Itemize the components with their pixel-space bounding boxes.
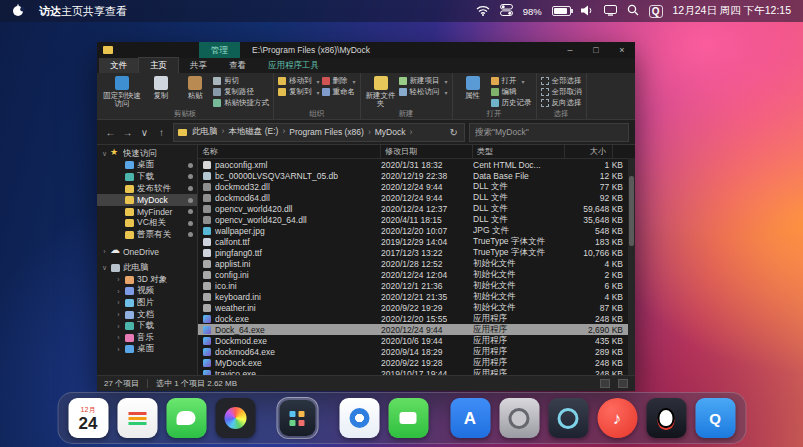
easy-access-button[interactable]: 轻松访问 <box>399 87 448 97</box>
properties-button[interactable]: 属性 <box>457 75 489 100</box>
wifi-icon[interactable] <box>476 5 490 18</box>
dock-icon-clouddisk[interactable] <box>339 398 379 438</box>
dock-icon-music[interactable]: ♪ <box>597 398 637 438</box>
breadcrumb-item[interactable]: 本地磁盘 (E:) <box>228 126 289 138</box>
apple-logo-icon[interactable] <box>12 4 25 19</box>
address-breadcrumb-box[interactable]: 此电脑本地磁盘 (E:)Program Files (x86)MyDock ↻ <box>173 123 465 142</box>
keyboard.ini[interactable]: keyboard.ini 2020/12/21 21:35 初始化文件 4 KB <box>198 291 635 302</box>
select-all-button[interactable]: 全部选择 <box>541 76 582 86</box>
column-header[interactable]: 修改日期 <box>381 145 473 158</box>
edit-button[interactable]: 编辑 <box>491 87 532 97</box>
MyDock.exe[interactable]: MyDock.exe 2020/9/22 19:28 应用程序 248 KB <box>198 357 635 368</box>
dock-icon-tim[interactable]: Q <box>695 398 735 438</box>
sidebar-item[interactable]: 发布软件 <box>97 183 197 195</box>
sidebar-item[interactable]: › 音乐 <box>97 332 197 344</box>
manage-contextual-tab[interactable]: 管理 <box>199 42 240 58</box>
search-input[interactable] <box>469 123 629 142</box>
tab-file[interactable]: 文件 <box>99 58 138 73</box>
breadcrumb-item[interactable]: 此电脑 <box>192 126 228 138</box>
sidebar-item[interactable]: › 桌面 <box>97 344 197 356</box>
tab-view[interactable]: 查看 <box>218 58 257 73</box>
opencv_world420_64.dll[interactable]: opencv_world420_64.dll 2020/4/11 18:15 D… <box>198 214 635 225</box>
tab-share[interactable]: 共享 <box>179 58 218 73</box>
dockmod32.dll[interactable]: dockmod32.dll 2020/12/24 9:44 DLL 文件 77 … <box>198 181 635 192</box>
calfont.ttf[interactable]: calfont.ttf 2019/12/29 14:04 TrueType 字体… <box>198 236 635 247</box>
expander-icon[interactable]: › <box>115 346 122 353</box>
expander-icon[interactable]: › <box>115 334 122 341</box>
input-method-icon[interactable]: Q <box>649 5 663 18</box>
control-center-icon[interactable] <box>500 4 513 18</box>
sidebar-item[interactable]: › 文档 <box>97 309 197 321</box>
dock-icon-settings[interactable] <box>499 398 539 438</box>
expander-icon[interactable]: ∨ <box>101 150 108 158</box>
sidebar-item[interactable]: 桌面 <box>97 160 197 172</box>
paste-shortcut-button[interactable]: 粘贴快捷方式 <box>213 98 269 108</box>
dock-icon-utilities[interactable] <box>548 398 588 438</box>
tab-home[interactable]: 主页 <box>138 57 179 73</box>
sidebar-item[interactable]: ∨ 此电脑 <box>97 262 197 274</box>
wallpaper.jpg[interactable]: wallpaper.jpg 2020/12/20 10:07 JPG 文件 54… <box>198 225 635 236</box>
history-button[interactable]: 历史记录 <box>491 98 532 108</box>
dock-icon-mydock-active[interactable] <box>277 398 317 438</box>
config.ini[interactable]: config.ini 2020/12/24 12:04 初始化文件 2 KB <box>198 269 635 280</box>
maximize-button[interactable]: □ <box>583 42 609 58</box>
sidebar-item[interactable]: ∨ 快速访问 <box>97 148 197 160</box>
dock-icon-qq[interactable] <box>646 398 686 438</box>
refresh-icon[interactable]: ↻ <box>448 127 460 138</box>
sidebar-item[interactable]: 下载 <box>97 171 197 183</box>
vertical-scrollbar[interactable] <box>628 158 635 375</box>
ico.ini[interactable]: ico.ini 2020/12/1 21:36 初始化文件 6 KB <box>198 280 635 291</box>
Dockmod.exe[interactable]: Dockmod.exe 2020/10/6 19:44 应用程序 435 KB <box>198 335 635 346</box>
open-button[interactable]: 打开 <box>491 76 532 86</box>
dock-icon-calendar[interactable]: 12月 24 <box>68 398 108 438</box>
sidebar-item[interactable]: › 下载 <box>97 320 197 332</box>
minimize-button[interactable]: – <box>557 42 583 58</box>
delete-button[interactable]: 删除 <box>322 76 356 86</box>
applist.ini[interactable]: applist.ini 2020/1/28 12:52 初始化文件 4 KB <box>198 258 635 269</box>
rename-button[interactable]: 重命名 <box>322 87 356 97</box>
breadcrumb-item[interactable]: MyDock <box>375 127 417 137</box>
new-item-button[interactable]: 新建项目 <box>399 76 448 86</box>
trayico.exe[interactable]: trayico.exe 2019/10/17 19:44 应用程序 248 KB <box>198 368 635 375</box>
volume-icon[interactable] <box>581 5 594 18</box>
dock-icon-tasks[interactable] <box>117 398 157 438</box>
dock-icon-messages[interactable] <box>166 398 206 438</box>
sidebar-item[interactable]: MyDock <box>97 194 197 206</box>
dock-icon-photos[interactable] <box>215 398 255 438</box>
copy-to-button[interactable]: 复制到 <box>278 87 320 97</box>
breadcrumb-item[interactable]: Program Files (x86) <box>289 127 374 137</box>
copy-path-button[interactable]: 复制路径 <box>213 87 269 97</box>
expander-icon[interactable]: › <box>115 299 122 306</box>
menu-share[interactable]: 共享 <box>83 4 105 19</box>
view-thumbnails-button[interactable] <box>618 379 628 388</box>
select-none-button[interactable]: 全部取消 <box>541 87 582 97</box>
menu-bar-clock[interactable]: 12月24日 周四 下午12:15 <box>673 4 791 18</box>
dock.exe[interactable]: dock.exe 2020/12/20 15:55 应用程序 248 KB <box>198 313 635 324</box>
cut-button[interactable]: 剪切 <box>213 76 269 86</box>
column-header[interactable]: 大小 <box>565 145 613 158</box>
recent-locations-button[interactable]: ∨ <box>137 124 152 140</box>
paoconfig.xml[interactable]: paoconfig.xml 2020/1/31 18:32 Cent HTML … <box>198 159 635 170</box>
menu-home[interactable]: 主页 <box>61 4 83 19</box>
paste-button[interactable]: 粘贴 <box>179 75 211 100</box>
close-button[interactable]: × <box>609 42 635 58</box>
pin-to-quick-access-button[interactable]: 固定到快速访问 <box>101 75 143 108</box>
back-button[interactable]: ← <box>103 124 118 140</box>
sidebar-item[interactable]: VC相关 <box>97 218 197 230</box>
copy-button[interactable]: 复制 <box>145 75 177 100</box>
forward-button[interactable]: → <box>120 124 135 140</box>
search-icon[interactable] <box>627 4 639 18</box>
dock-icon-appstore[interactable]: A <box>450 398 490 438</box>
menu-view[interactable]: 查看 <box>105 4 127 19</box>
opencv_world420.dll[interactable]: opencv_world420.dll 2020/12/24 12:37 DLL… <box>198 203 635 214</box>
pingfang0.ttf[interactable]: pingfang0.ttf 2017/12/3 13:22 TrueType 字… <box>198 247 635 258</box>
expander-icon[interactable]: › <box>115 311 122 318</box>
sidebar-item[interactable]: › 图片 <box>97 297 197 309</box>
sidebar-item[interactable]: › 3D 对象 <box>97 274 197 286</box>
sidebar-item[interactable]: › OneDrive <box>97 246 197 258</box>
weather.ini[interactable]: weather.ini 2020/9/22 19:29 初始化文件 87 KB <box>198 302 635 313</box>
display-icon[interactable] <box>604 5 617 18</box>
view-details-button[interactable] <box>600 379 610 388</box>
column-header[interactable]: 类型 <box>473 145 565 158</box>
sidebar-item[interactable]: 普票有关 <box>97 229 197 241</box>
